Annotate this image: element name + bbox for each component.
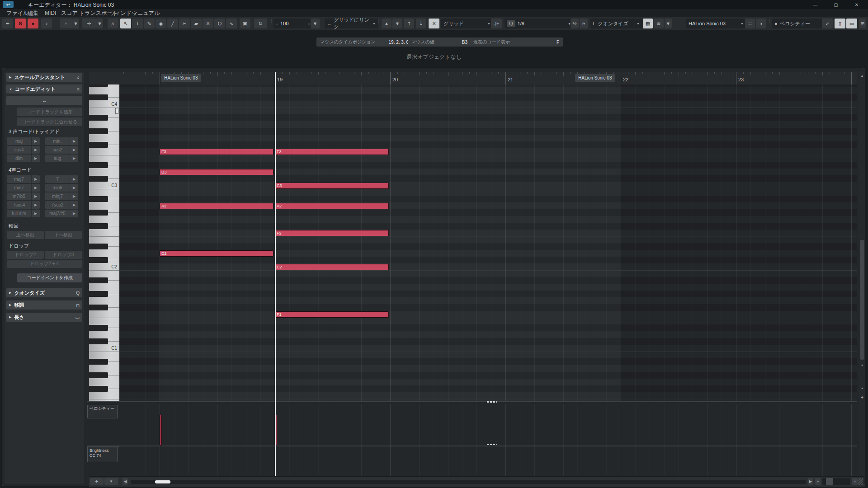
part-editing-dropdown[interactable]: ▼ [96, 19, 103, 28]
zoom-slider-thumb[interactable] [826, 478, 833, 485]
project-cursor[interactable] [275, 72, 276, 476]
play-chord-icon[interactable]: ▶ [70, 201, 78, 209]
add-lane-button[interactable]: ✚ [90, 478, 104, 485]
event-colors-group[interactable]: ●ベロシティー [772, 19, 822, 28]
play-chord-icon[interactable]: ▶ [70, 137, 78, 145]
black-key[interactable] [89, 359, 108, 365]
draw-tool[interactable]: ✎ [144, 19, 155, 28]
mute-tool[interactable]: ✕ [203, 19, 213, 28]
black-key[interactable] [89, 277, 108, 283]
chord-sus4[interactable]: sus4▶ [7, 146, 40, 154]
play-chord-icon[interactable]: ▶ [70, 175, 78, 183]
zoom-preset-icon[interactable]: ● [859, 385, 865, 390]
midi-note[interactable]: F1 [275, 311, 389, 318]
glue-tool[interactable]: ▰ [191, 19, 202, 28]
midi-note[interactable]: D3 [160, 169, 274, 175]
chord-aug[interactable]: aug▶ [45, 155, 78, 162]
part-name-end[interactable]: HALion Sonic 03 [575, 74, 615, 82]
part-name-start[interactable]: HALion Sonic 03 [161, 74, 201, 82]
black-key[interactable] [89, 128, 108, 134]
section-chord-edit[interactable]: ▼コードエディット≡ [6, 84, 82, 94]
back-icon[interactable]: ↩ [3, 1, 14, 8]
velocity-bar[interactable] [160, 415, 162, 446]
left-zone-toggle[interactable]: ▯ [835, 19, 845, 28]
black-key[interactable] [89, 142, 108, 148]
black-key[interactable] [89, 210, 108, 216]
scroll-up-button[interactable]: ▲ [859, 73, 865, 78]
drop2-button[interactable]: ドロップ2 [7, 251, 44, 259]
part-editing-mode-button[interactable]: ✛ [82, 19, 96, 28]
midi-note[interactable]: F2 [275, 230, 389, 236]
curve-tool[interactable]: ∿ [226, 19, 237, 28]
midi-note[interactable]: D2 [160, 250, 274, 257]
solo-button[interactable]: S [15, 19, 26, 28]
scroll-right-button[interactable]: ▶ [808, 478, 813, 485]
play-chord-icon[interactable]: ▶ [70, 192, 78, 200]
swing-button[interactable]: ½ [571, 19, 579, 28]
black-key[interactable] [89, 325, 108, 331]
chord-m7/b5[interactable]: m7/b5▶ [7, 192, 40, 200]
zoom-out-button[interactable]: − [815, 478, 821, 485]
vertical-scrollbar-thumb[interactable] [860, 240, 864, 360]
black-key[interactable] [89, 305, 108, 310]
black-key[interactable] [89, 84, 108, 87]
black-key[interactable] [89, 176, 108, 182]
midi-note[interactable]: C3 [275, 183, 389, 189]
black-key[interactable] [89, 386, 108, 392]
black-key[interactable] [89, 338, 108, 344]
length-adjust-button[interactable]: -|+ [491, 19, 502, 28]
loop-icon[interactable]: ↻ [254, 19, 267, 28]
grid-link-dropdown[interactable]: ▼ [373, 22, 376, 25]
apply-quantize-group[interactable]: Lクオンタイズ▼ [590, 19, 642, 28]
midi-note[interactable]: C2 [275, 264, 389, 270]
trim-tool[interactable]: T [132, 19, 143, 28]
speaker-icon[interactable]: ♬ [108, 19, 118, 28]
autoscroll-dropdown[interactable]: ▼ [72, 19, 79, 28]
section-scale-assistant[interactable]: ▶スケールアシスタント♫ [6, 73, 82, 82]
acoustic-feedback-button[interactable]: ♪ [41, 19, 52, 28]
play-chord-icon[interactable]: ▶ [31, 192, 40, 200]
play-chord-icon[interactable]: ▶ [70, 184, 78, 192]
section-quantize[interactable]: ▶クオンタイズQ [6, 288, 82, 297]
close-button[interactable]: ✕ [847, 0, 866, 9]
move-to-top-button[interactable]: ↥ [404, 19, 414, 28]
midi-note[interactable]: A2 [275, 203, 389, 209]
object-selection-tool[interactable]: ↖ [120, 19, 131, 28]
match-chord-track-button[interactable]: コードトラックに合わせる [17, 117, 82, 126]
zoom-in-button[interactable]: ＋ [852, 478, 858, 485]
input-options-dropdown[interactable]: ▼ [665, 19, 672, 28]
play-chord-icon[interactable]: ▶ [31, 175, 40, 183]
velocity-lane-label[interactable]: ベロシティー [87, 405, 118, 418]
resize-grip[interactable] [858, 478, 863, 485]
part-selector-dropdown[interactable]: ▼ [741, 22, 744, 25]
chord-sus2[interactable]: sus2▶ [45, 146, 78, 154]
section-transpose[interactable]: ▶移調⊓ [6, 300, 82, 310]
insert-velocity-value[interactable]: 100 [280, 21, 288, 26]
cc-lane-label[interactable]: Brightness CC 74 [87, 447, 118, 462]
snap-type-group[interactable]: グリッド▼ [441, 19, 493, 28]
quantize-preset-group[interactable]: Q1/8▼ [505, 19, 573, 28]
apply-quantize-dropdown[interactable]: ▼ [637, 22, 640, 25]
split-tool[interactable]: ✂ [179, 19, 190, 28]
drop2-4-button[interactable]: ドロップ2 + 4 [7, 260, 82, 268]
drop3-button[interactable]: ドロップ3 [45, 251, 82, 259]
zoom-tool[interactable]: Q [214, 19, 225, 28]
chord-minj7[interactable]: minj7▶ [45, 192, 78, 200]
timeline-ruler[interactable]: 1920212223HALion Sonic 03HALion Sonic 03 [89, 72, 857, 85]
note-grid[interactable]: F3D3A2D2F3C3A2F2C2F1 [119, 84, 857, 402]
move-up-button[interactable]: ▲ [382, 19, 392, 28]
insert-mode-icon[interactable]: ∷ [745, 19, 755, 28]
section-length[interactable]: ▶長さ▭ [6, 313, 82, 322]
black-key[interactable] [89, 162, 108, 168]
setup-toolbar-button[interactable]: ⊞ [859, 19, 866, 28]
black-key[interactable] [89, 223, 108, 229]
create-chord-event-button[interactable]: コードイベントを作成 [17, 273, 82, 282]
black-key[interactable] [89, 94, 108, 100]
lane-preset-dropdown[interactable]: ▼ [104, 478, 118, 485]
note-length-icon[interactable]: ◑ [756, 19, 766, 28]
independent-track-loop-button[interactable]: ▣ [240, 19, 250, 28]
play-chord-icon[interactable]: ▶ [31, 184, 40, 192]
chord-7sus4[interactable]: 7sus4▶ [7, 201, 40, 209]
velocity-lane[interactable] [119, 404, 857, 446]
midi-note[interactable]: F3 [275, 149, 389, 155]
